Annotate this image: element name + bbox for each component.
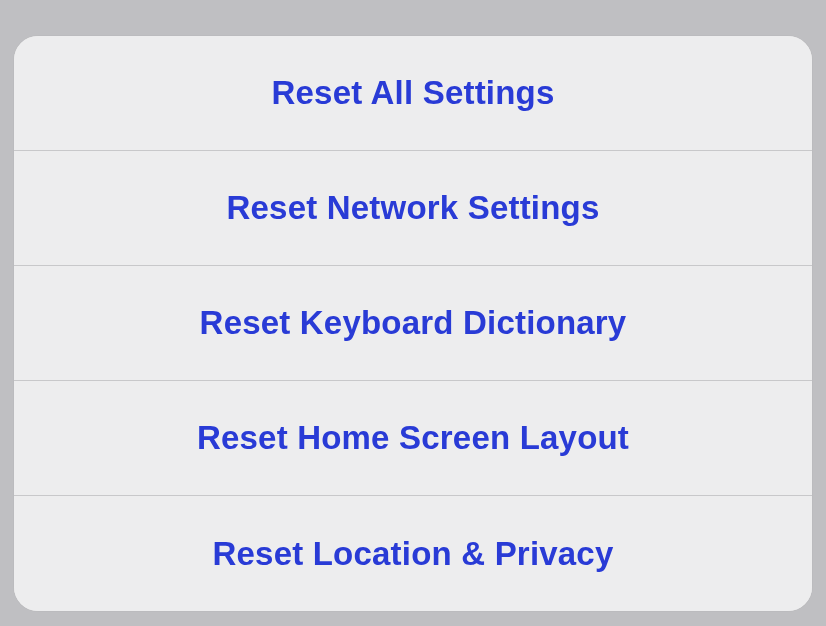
menu-item-label: Reset Network Settings <box>227 189 600 227</box>
reset-all-settings-button[interactable]: Reset All Settings <box>14 36 812 151</box>
menu-item-label: Reset Location & Privacy <box>213 535 614 573</box>
reset-home-screen-layout-button[interactable]: Reset Home Screen Layout <box>14 381 812 496</box>
reset-network-settings-button[interactable]: Reset Network Settings <box>14 151 812 266</box>
reset-options-sheet: Reset All Settings Reset Network Setting… <box>14 36 812 611</box>
menu-item-label: Reset All Settings <box>272 74 555 112</box>
menu-item-label: Reset Home Screen Layout <box>197 419 629 457</box>
reset-location-privacy-button[interactable]: Reset Location & Privacy <box>14 496 812 611</box>
reset-keyboard-dictionary-button[interactable]: Reset Keyboard Dictionary <box>14 266 812 381</box>
menu-item-label: Reset Keyboard Dictionary <box>200 304 627 342</box>
